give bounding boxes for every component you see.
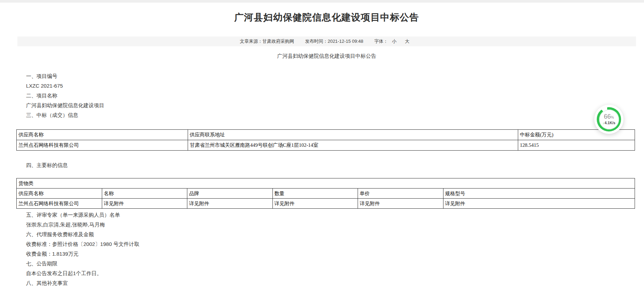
cell-spec-model: 详见附件 [443, 199, 635, 209]
announcement-page: 广河县妇幼保健院信息化建设项目中标公告 文章来源：甘肃政府采购网 发布时间：20… [17, 11, 636, 288]
download-arrow-icon: ↓ [603, 121, 604, 125]
font-label: 字体： [374, 37, 388, 46]
section-6-heading: 六、代理服务收费标准及金额 [26, 230, 636, 239]
article-body-2: 四、主要标的信息 [17, 160, 636, 170]
article-body-3: 五、评审专家（单一来源采购人员）名单 张崇东,白宗清,朱超,张晓晔,马月梅 六、… [17, 210, 636, 288]
header-brand: 品牌 [187, 189, 273, 199]
progress-percent: 66% [604, 113, 614, 121]
award-info-table: 供应商名称 供应商联系地址 中标金额(万元) 兰州点石网络科技有限公司 甘肃省兰… [16, 129, 635, 151]
category-row: 货物类 [17, 178, 635, 189]
header-supplier-name: 供应商名称 [17, 130, 188, 140]
publish-label: 发布时间： [305, 37, 328, 46]
cell-award-amount: 128.5415 [518, 140, 635, 151]
percent-sign: % [611, 115, 614, 119]
project-number: LXZC 2021-675 [26, 81, 636, 91]
header-quantity: 数量 [272, 189, 358, 199]
cell-supplier-name: 兰州点石网络科技有限公司 [17, 140, 188, 151]
cell-supplier-address: 甘肃省兰州市城关区雁南路449号联创广场C座1层102-14室 [188, 140, 518, 151]
section-3-heading: 三、中标（成交）信息 [26, 110, 636, 120]
header-item-name: 名称 [102, 189, 187, 199]
download-speed: ↓4.1K/s [603, 121, 616, 125]
cell-category: 货物类 [17, 178, 635, 189]
top-strip [0, 0, 644, 2]
section-2-heading: 二、项目名称 [26, 91, 636, 101]
font-size-control: 字体：小大 [374, 37, 414, 46]
header-supplier-name: 供应商名称 [17, 189, 102, 199]
speed-value: 4.1K/s [605, 121, 616, 125]
cell-item-name: 详见附件 [102, 199, 187, 209]
progress-ring-icon: 66% ↓4.1K/s [597, 107, 621, 131]
section-1-heading: 一、项目编号 [26, 71, 636, 81]
cell-unit-price: 详见附件 [358, 199, 443, 209]
progress-ring-inner: 66% ↓4.1K/s [599, 110, 619, 129]
project-name: 广河县妇幼保健院信息化建设项目 [26, 101, 636, 110]
percent-value: 66 [604, 113, 611, 120]
cell-quantity: 详见附件 [272, 199, 358, 209]
publish-time: 发布时间：2021-12-15 09:48 [305, 37, 364, 46]
subject-info-table: 货物类 供应商名称 名称 品牌 数量 单价 规格型号 兰州点石网络科技有限公司 … [16, 178, 635, 209]
section-8-heading: 八、其他补充事宜 [26, 278, 636, 288]
font-larger-button[interactable]: 大 [405, 37, 409, 46]
source-value: 甘肃政府采购网 [262, 37, 294, 46]
header-unit-price: 单价 [358, 189, 443, 199]
article-meta-bar: 文章来源：甘肃政府采购网 发布时间：2021-12-15 09:48 字体：小大 [17, 37, 636, 46]
table-row: 兰州点石网络科技有限公司 详见附件 详见附件 详见附件 详见附件 详见附件 [17, 199, 635, 209]
table-header-row: 供应商名称 供应商联系地址 中标金额(万元) [17, 130, 635, 140]
expert-names: 张崇东,白宗清,朱超,张晓晔,马月梅 [26, 220, 636, 230]
fee-standard: 收费标准：参照计价格〔2002〕1980 号文件计取 [26, 239, 636, 249]
publish-value: 2021-12-15 09:48 [328, 37, 364, 46]
cell-brand: 详见附件 [187, 199, 273, 209]
font-smaller-button[interactable]: 小 [392, 37, 397, 46]
article-body: 一、项目编号 LXZC 2021-675 二、项目名称 广河县妇幼保健院信息化建… [17, 71, 636, 120]
cell-supplier-name: 兰州点石网络科技有限公司 [17, 199, 102, 209]
section-7-heading: 七、公告期限 [26, 259, 636, 269]
header-spec-model: 规格型号 [443, 189, 635, 199]
table-row: 兰州点石网络科技有限公司 甘肃省兰州市城关区雁南路449号联创广场C座1层102… [17, 140, 635, 151]
fee-amount: 收费金额：1.8139万元 [26, 249, 636, 259]
article-source: 文章来源：甘肃政府采购网 [240, 37, 294, 46]
announcement-period: 自本公告发布之日起1个工作日。 [26, 269, 636, 278]
article-subtitle: 广河县妇幼保健院信息化建设项目中标公告 [17, 51, 636, 61]
page-title: 广河县妇幼保健院信息化建设项目中标公告 [17, 11, 636, 23]
header-supplier-address: 供应商联系地址 [188, 130, 518, 140]
download-progress-badge[interactable]: 66% ↓4.1K/s [594, 105, 623, 134]
table-header-row: 供应商名称 名称 品牌 数量 单价 规格型号 [17, 189, 635, 199]
source-label: 文章来源： [240, 37, 262, 46]
section-4-heading: 四、主要标的信息 [26, 160, 636, 170]
section-5-heading: 五、评审专家（单一来源采购人员）名单 [26, 210, 636, 220]
